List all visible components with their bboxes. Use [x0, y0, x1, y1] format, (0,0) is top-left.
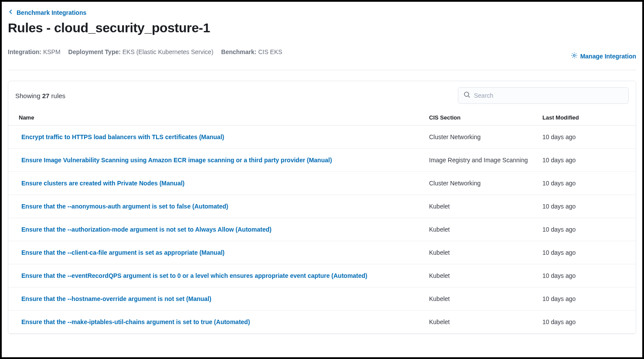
rule-link[interactable]: Ensure that the --make-iptables-util-cha…: [21, 318, 250, 325]
cell-last-modified: 10 days ago: [535, 264, 636, 287]
rules-table: Name CIS Section Last Modified Encrypt t…: [8, 110, 636, 334]
showing-count: Showing 27 rules: [15, 92, 65, 99]
manage-integration-label: Manage Integration: [580, 53, 636, 60]
cell-last-modified: 10 days ago: [535, 218, 636, 241]
table-row: Ensure Image Vulnerability Scanning usin…: [8, 149, 636, 172]
cell-name: Ensure that the --eventRecordQPS argumen…: [8, 264, 422, 287]
search-input[interactable]: [474, 92, 623, 99]
cell-cis-section: Kubelet: [422, 287, 535, 311]
cell-cis-section: Kubelet: [422, 218, 535, 241]
cell-last-modified: 10 days ago: [535, 195, 636, 218]
page-title: Rules - cloud_security_posture-1: [8, 21, 636, 35]
meta-benchmark-label: Benchmark:: [221, 48, 256, 55]
meta-deployment: Deployment Type: EKS (Elastic Kubernetes…: [68, 48, 214, 55]
breadcrumb-label: Benchmark Integrations: [17, 9, 86, 16]
showing-suffix: rules: [49, 92, 65, 99]
rule-link[interactable]: Encrypt traffic to HTTPS load balancers …: [21, 133, 224, 140]
cell-cis-section: Kubelet: [422, 264, 535, 287]
rules-panel: Showing 27 rules Name CIS Section Last M…: [8, 81, 636, 334]
rule-link[interactable]: Ensure Image Vulnerability Scanning usin…: [21, 157, 332, 164]
cell-name: Ensure that the --make-iptables-util-cha…: [8, 311, 422, 334]
meta-benchmark: Benchmark: CIS EKS: [221, 48, 282, 55]
cell-last-modified: 10 days ago: [535, 241, 636, 264]
search-icon: [463, 91, 470, 100]
cell-cis-section: Cluster Networking: [422, 126, 535, 149]
rule-link[interactable]: Ensure that the --eventRecordQPS argumen…: [21, 272, 368, 279]
table-row: Ensure that the --eventRecordQPS argumen…: [8, 264, 636, 287]
table-row: Encrypt traffic to HTTPS load balancers …: [8, 126, 636, 149]
table-row: Ensure clusters are created with Private…: [8, 172, 636, 195]
col-header-name[interactable]: Name: [8, 110, 422, 126]
col-header-cis[interactable]: CIS Section: [422, 110, 535, 126]
meta-deployment-value: EKS (Elastic Kubernetes Service): [123, 48, 214, 55]
rule-link[interactable]: Ensure that the --hostname-override argu…: [21, 295, 211, 302]
cell-name: Ensure that the --anonymous-auth argumen…: [8, 195, 422, 218]
cell-name: Encrypt traffic to HTTPS load balancers …: [8, 126, 422, 149]
meta-benchmark-value: CIS EKS: [258, 48, 282, 55]
cell-last-modified: 10 days ago: [535, 311, 636, 334]
rule-link[interactable]: Ensure that the --client-ca-file argumen…: [21, 249, 225, 256]
rule-link[interactable]: Ensure that the --authorization-mode arg…: [21, 226, 272, 233]
meta-row: Integration: KSPM Deployment Type: EKS (…: [8, 43, 636, 70]
cell-cis-section: Kubelet: [422, 195, 535, 218]
cell-cis-section: Kubelet: [422, 311, 535, 334]
manage-integration-link[interactable]: Manage Integration: [571, 52, 636, 60]
meta-integration: Integration: KSPM: [8, 48, 61, 55]
cell-name: Ensure clusters are created with Private…: [8, 172, 422, 195]
cell-last-modified: 10 days ago: [535, 149, 636, 172]
cell-name: Ensure that the --authorization-mode arg…: [8, 218, 422, 241]
cell-name: Ensure Image Vulnerability Scanning usin…: [8, 149, 422, 172]
col-header-modified[interactable]: Last Modified: [535, 110, 636, 126]
meta-deployment-label: Deployment Type:: [68, 48, 121, 55]
chevron-left-icon: [8, 9, 14, 16]
table-row: Ensure that the --anonymous-auth argumen…: [8, 195, 636, 218]
svg-point-0: [573, 55, 575, 56]
table-row: Ensure that the --authorization-mode arg…: [8, 218, 636, 241]
showing-number: 27: [42, 92, 50, 99]
cell-cis-section: Image Registry and Image Scanning: [422, 149, 535, 172]
meta-integration-label: Integration:: [8, 48, 41, 55]
gear-icon: [571, 52, 578, 60]
cell-cis-section: Cluster Networking: [422, 172, 535, 195]
table-row: Ensure that the --client-ca-file argumen…: [8, 241, 636, 264]
cell-cis-section: Kubelet: [422, 241, 535, 264]
svg-point-1: [464, 92, 469, 96]
search-box[interactable]: [458, 87, 629, 104]
cell-last-modified: 10 days ago: [535, 172, 636, 195]
cell-last-modified: 10 days ago: [535, 126, 636, 149]
table-row: Ensure that the --make-iptables-util-cha…: [8, 311, 636, 334]
showing-prefix: Showing: [15, 92, 42, 99]
cell-name: Ensure that the --client-ca-file argumen…: [8, 241, 422, 264]
cell-last-modified: 10 days ago: [535, 287, 636, 311]
table-row: Ensure that the --hostname-override argu…: [8, 287, 636, 311]
rule-link[interactable]: Ensure that the --anonymous-auth argumen…: [21, 203, 228, 210]
meta-integration-value: KSPM: [43, 48, 61, 55]
cell-name: Ensure that the --hostname-override argu…: [8, 287, 422, 311]
rule-link[interactable]: Ensure clusters are created with Private…: [21, 180, 184, 187]
breadcrumb-back[interactable]: Benchmark Integrations: [8, 7, 86, 19]
